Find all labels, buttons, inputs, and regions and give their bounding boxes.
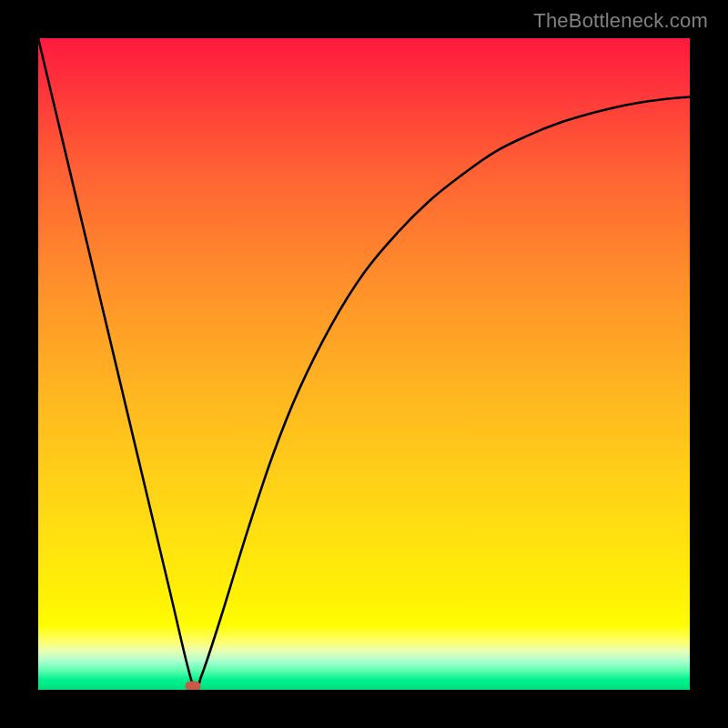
plot-area <box>38 38 690 690</box>
optimal-point-marker <box>186 682 201 690</box>
bottleneck-curve <box>38 38 690 690</box>
chart-frame: TheBottleneck.com <box>0 0 728 728</box>
watermark-label: TheBottleneck.com <box>533 9 708 33</box>
